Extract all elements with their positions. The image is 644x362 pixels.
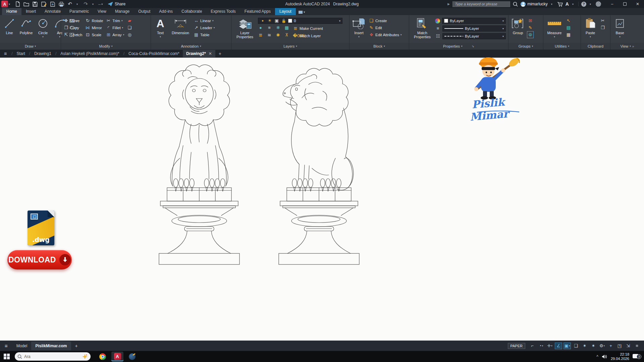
autodesk-caret-icon[interactable]: ▾	[572, 3, 574, 6]
layer-off-icon[interactable]: ●	[258, 25, 263, 31]
mirror-button[interactable]: ⋈Mirror	[85, 25, 103, 31]
layer-unlock-icon[interactable]: ⊼	[284, 33, 289, 39]
layer-state-icon[interactable]: ≣	[258, 33, 263, 39]
print-icon[interactable]	[58, 1, 64, 7]
ungroup-button[interactable]: ⊠	[528, 18, 533, 23]
autocad-app-icon[interactable]: A	[111, 352, 123, 361]
tab-annotate[interactable]: Annotate	[40, 8, 65, 15]
open-folder-icon[interactable]	[23, 1, 29, 7]
taskbar-search-input[interactable]	[24, 354, 71, 359]
workspace-gear-icon[interactable]: ⚙▾	[598, 343, 606, 349]
text-button[interactable]: A Text ▾	[153, 17, 167, 38]
layout-menu-icon[interactable]: ≡	[0, 343, 12, 349]
redo-icon[interactable]: ↷	[83, 1, 89, 7]
annotation-plus-icon[interactable]: +	[607, 343, 614, 349]
layer-isolate-icon[interactable]: ≡	[267, 25, 272, 31]
account-button[interactable]: mimarlucky	[521, 2, 548, 7]
group-edit-button[interactable]: ✎	[528, 25, 533, 31]
layer-freeze-icon[interactable]: ❄	[275, 25, 281, 31]
base-button[interactable]: Base ▾	[613, 17, 627, 38]
polyline-button[interactable]: Polyline	[19, 17, 33, 35]
undo-icon[interactable]: ↶	[67, 1, 73, 7]
color-wheel-icon[interactable]	[435, 18, 440, 23]
file-tab-drawing2-active[interactable]: Drawing2* ✕	[183, 50, 215, 57]
file-tab-coca-cola[interactable]: Coca-Cola-PislikMimar.com*	[125, 50, 183, 57]
clock[interactable]: 22:18 29.04.2026	[611, 352, 629, 361]
view-panel-label[interactable]: View▾»	[610, 43, 644, 50]
drawing-canvas[interactable]: .dwg DOWNLOAD Pislik Mimar	[0, 58, 644, 341]
stretch-button[interactable]: ⇱Stretch	[63, 32, 82, 38]
speaker-icon[interactable]	[602, 354, 607, 359]
layers-panel-label[interactable]: Layers▾	[231, 43, 349, 50]
start-button[interactable]	[0, 354, 13, 360]
tab-collaborate[interactable]: Collaborate	[177, 8, 206, 15]
linear-dimension-button[interactable]: ↔Linear▾	[194, 18, 215, 23]
create-block-button[interactable]: ❑Create	[369, 18, 401, 23]
fillet-button[interactable]: ◜Fillet▾	[106, 25, 124, 31]
tab-insert[interactable]: Insert	[21, 8, 40, 15]
base-caret-icon[interactable]: ▾	[619, 36, 621, 38]
polar-tracking-icon[interactable]: ▣▾	[564, 343, 571, 349]
dynamic-ucs-icon[interactable]: ◔▾	[537, 343, 545, 349]
erase-button[interactable]: ▰	[127, 18, 132, 23]
utilities-panel-label[interactable]: Utilities▾	[543, 43, 581, 50]
selection-cycling-icon[interactable]: ❑	[572, 343, 580, 349]
calculator-button[interactable]: ▦	[566, 32, 571, 38]
layer-lock-icon[interactable]: ▩	[284, 25, 289, 31]
clipboard-panel-label[interactable]: Clipboard	[581, 43, 610, 50]
match-properties-button[interactable]: Match Properties	[412, 17, 433, 39]
edit-attributes-button[interactable]: ❖Edit Attributes▾	[369, 32, 401, 38]
paste-button[interactable]: Paste ▾	[583, 17, 597, 38]
text-caret-icon[interactable]: ▾	[160, 36, 161, 38]
dimension-button[interactable]: Dimension	[170, 17, 191, 35]
object-color-dropdown[interactable]: ByLayer ▾	[442, 18, 506, 24]
notification-center-button[interactable]: 3	[633, 354, 640, 360]
restore-button[interactable]	[619, 0, 631, 8]
new-file-icon[interactable]	[15, 1, 20, 7]
help-caret-icon[interactable]: ▾	[590, 3, 591, 6]
linetype-dropdown[interactable]: ByLayer ▾	[442, 33, 506, 39]
save-as-icon[interactable]	[41, 1, 47, 7]
copy-button[interactable]: ❐Copy	[63, 25, 82, 31]
undo-caret-icon[interactable]: ▾	[76, 3, 78, 6]
globe-app-icon[interactable]	[126, 352, 138, 361]
chrome-app-icon[interactable]	[97, 352, 109, 361]
autodesk-app-icon[interactable]: A	[566, 1, 569, 7]
redo-caret-icon[interactable]: ▾	[92, 3, 94, 6]
file-tab-menu-icon[interactable]: ≡	[0, 51, 11, 56]
download-button[interactable]: DOWNLOAD	[7, 250, 72, 269]
properties-panel-label[interactable]: Properties▾⇘	[409, 43, 508, 50]
logo-caret-icon[interactable]: ▾	[9, 3, 10, 6]
new-drawing-tab-button[interactable]: +	[215, 51, 225, 56]
file-tab-drawing1[interactable]: Drawing1	[31, 50, 55, 57]
ortho-mode-icon[interactable]: ∠	[555, 343, 562, 349]
account-caret-icon[interactable]: ▾	[551, 3, 552, 6]
modify-panel-label[interactable]: Modify▾	[61, 43, 151, 50]
rotate-button[interactable]: ↻Rotate	[85, 18, 103, 23]
save-icon[interactable]	[32, 1, 38, 7]
tab-output[interactable]: Output	[134, 8, 155, 15]
isolate-objects-icon[interactable]: ◳	[616, 343, 623, 349]
tab-express-tools[interactable]: Express Tools	[206, 8, 240, 15]
tab-manage[interactable]: Manage	[111, 8, 134, 15]
block-panel-label[interactable]: Block▾	[350, 43, 409, 50]
scale-button[interactable]: ⊡Scale	[85, 32, 103, 38]
cart-icon[interactable]	[557, 2, 563, 7]
circle-caret-icon[interactable]: ▾	[42, 36, 44, 38]
layer-properties-button[interactable]: Layer Properties	[234, 17, 256, 39]
dwg-file-icon[interactable]: .dwg	[28, 210, 54, 245]
edit-block-button[interactable]: ✎Edit	[369, 25, 401, 31]
autocad-logo[interactable]: A	[1, 1, 8, 7]
group-button[interactable]: Group	[511, 17, 525, 35]
lineweight-icon[interactable]: ≡	[435, 26, 440, 31]
arc-caret-icon[interactable]: ▾	[59, 36, 60, 38]
file-tab-start[interactable]: Start	[13, 50, 29, 57]
circle-button[interactable]: Circle ▾	[36, 17, 50, 38]
feedback-icon[interactable]	[596, 1, 601, 7]
tab-view[interactable]: View	[93, 8, 111, 15]
ribbon-collapse-control[interactable]: ▾	[299, 10, 305, 15]
tray-chevron-icon[interactable]: ^	[596, 354, 598, 359]
taskbar-search[interactable]	[15, 352, 91, 361]
clean-screen-icon[interactable]: ⇲	[625, 343, 632, 349]
array-button[interactable]: ⊞Array▾	[106, 32, 124, 38]
